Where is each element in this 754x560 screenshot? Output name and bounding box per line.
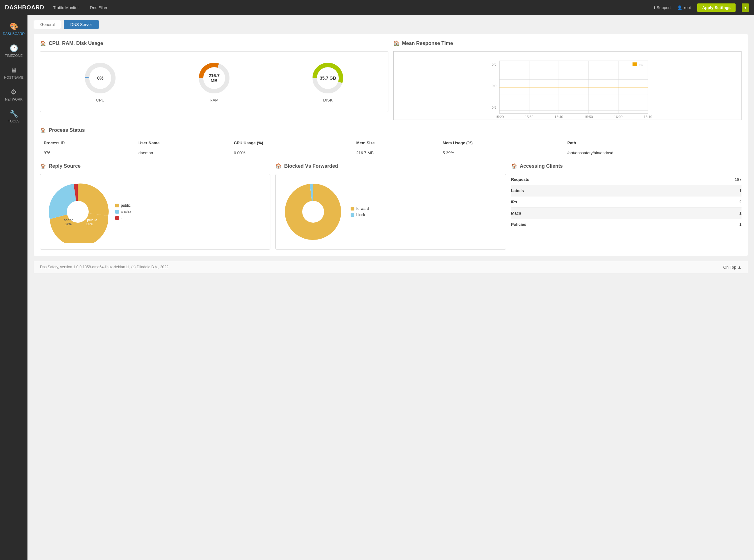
sidebar-label-network: NETWORK xyxy=(5,97,22,101)
reply-source-legend: public cache - xyxy=(115,203,131,220)
footer-text: Dns Safety, version 1.0.0.1358-amd64-lin… xyxy=(40,265,169,269)
sidebar-item-tools[interactable]: 🔧 TOOLS xyxy=(0,105,27,127)
blocked-forwarded-section: 🏠 Blocked Vs Forwarded xyxy=(276,163,506,249)
disk-label: DISK xyxy=(323,98,332,102)
process-status-section: 🏠 Process Status Process ID User Name CP… xyxy=(40,127,741,158)
user-icon: 👤 xyxy=(677,5,682,10)
tools-icon: 🔧 xyxy=(10,110,18,118)
response-chart-svg: 0.5 0.0 -0.5 15:20 15:30 15:40 15:50 16:… xyxy=(393,51,742,120)
page-tabs: General DNS Server xyxy=(34,20,748,29)
svg-text:0.5: 0.5 xyxy=(491,62,496,66)
main-card: 🏠 CPU, RAM, Disk Usage xyxy=(34,34,748,256)
svg-text:-0.5: -0.5 xyxy=(490,105,496,109)
svg-text:15:40: 15:40 xyxy=(554,115,563,119)
clients-row-labels: Labels 1 xyxy=(511,185,741,197)
apply-settings-dropdown[interactable]: ▾ xyxy=(742,3,749,12)
blocked-forwarded-title: 🏠 Blocked Vs Forwarded xyxy=(276,163,506,169)
blocked-forwarded-legend: forward block xyxy=(351,206,369,217)
cpu-ram-disk-title: 🏠 CPU, RAM, Disk Usage xyxy=(40,40,388,46)
tab-general[interactable]: General xyxy=(34,20,61,29)
svg-text:15:20: 15:20 xyxy=(495,115,504,119)
svg-text:60%: 60% xyxy=(86,222,93,226)
cpu-value: 0% xyxy=(97,76,103,81)
hostname-icon: 🖥 xyxy=(10,66,17,74)
col-memusage: Mem Usage (%) xyxy=(439,138,564,148)
mean-response-section: 🏠 Mean Response Time xyxy=(393,40,742,121)
response-chart: 0.5 0.0 -0.5 15:20 15:30 15:40 15:50 16:… xyxy=(393,51,742,121)
clients-row-policies: Policies 1 xyxy=(511,219,741,230)
nav-traffic-monitor[interactable]: Traffic Monitor xyxy=(50,4,81,11)
cell-memsize: 216.7 MB xyxy=(352,148,439,158)
legend-block: block xyxy=(351,213,369,217)
sidebar-item-timezone[interactable]: 🕐 TIMEZONE xyxy=(0,40,27,62)
cpu-ram-disk-section: 🏠 CPU, RAM, Disk Usage xyxy=(40,40,388,121)
legend-dot-public xyxy=(115,204,119,207)
legend-dot-cache xyxy=(115,210,119,214)
svg-text:0.0: 0.0 xyxy=(491,84,496,88)
sidebar: 🎨 DASHBOARD 🕐 TIMEZONE 🖥 HOSTNAME ⚙ NETW… xyxy=(0,15,27,560)
sidebar-label-tools: TOOLS xyxy=(8,119,19,123)
support-button[interactable]: ℹ Support xyxy=(654,5,671,10)
col-cpu: CPU Usage (%) xyxy=(230,138,352,148)
ram-value: 216.7 MB xyxy=(205,73,223,83)
cpu-gauge: 0% CPU xyxy=(83,61,117,102)
legend-dot-dash xyxy=(115,216,119,220)
house-icon-reply: 🏠 xyxy=(40,163,46,169)
reply-source-svg: public 60% cache 37% xyxy=(46,181,109,243)
sidebar-item-network[interactable]: ⚙ NETWORK xyxy=(0,84,27,105)
blocked-forwarded-svg: forward 97% xyxy=(282,181,344,243)
clients-row-macs: Macs 1 xyxy=(511,208,741,219)
col-memsize: Mem Size xyxy=(352,138,439,148)
clients-row-requests: Requests 187 xyxy=(511,174,741,185)
svg-rect-26 xyxy=(632,62,637,66)
legend-forward: forward xyxy=(351,206,369,211)
house-icon-clients: 🏠 xyxy=(511,163,517,169)
disk-gauge: 35.7 GB DISK xyxy=(311,61,345,102)
cell-path: /opt/dnssafety/bin/dsdnsd xyxy=(564,148,741,158)
house-icon-cpu: 🏠 xyxy=(40,40,46,46)
cell-pid: 876 xyxy=(40,148,135,158)
accessing-clients-section: 🏠 Accessing Clients Requests 187 Labels … xyxy=(511,163,741,249)
bottom-grid: 🏠 Reply Source xyxy=(40,163,741,249)
sidebar-item-dashboard[interactable]: 🎨 DASHBOARD xyxy=(0,18,27,40)
cpu-label: CPU xyxy=(96,98,105,102)
sidebar-label-timezone: TIMEZONE xyxy=(5,54,23,58)
disk-value: 35.7 GB xyxy=(320,76,336,81)
nav-dns-filter[interactable]: Dns Filter xyxy=(87,4,110,11)
table-row: 876 daemon 0.00% 216.7 MB 5.39% /opt/dns… xyxy=(40,148,741,158)
brand-title: DASHBOARD xyxy=(5,4,44,11)
house-icon-blocked: 🏠 xyxy=(276,163,282,169)
process-status-title: 🏠 Process Status xyxy=(40,127,741,133)
svg-text:16:10: 16:10 xyxy=(644,115,652,119)
info-icon: ℹ xyxy=(654,5,655,10)
reply-source-section: 🏠 Reply Source xyxy=(40,163,270,249)
legend-dash: - xyxy=(115,216,131,220)
svg-text:16:00: 16:00 xyxy=(614,115,622,119)
cell-user: daemon xyxy=(135,148,230,158)
col-user: User Name xyxy=(135,138,230,148)
svg-text:ms: ms xyxy=(638,63,643,66)
apply-settings-button[interactable]: Apply Settings xyxy=(697,3,736,12)
main-content: General DNS Server 🏠 CPU, RAM, Disk Usag… xyxy=(27,15,754,560)
user-info: 👤 root xyxy=(677,5,691,10)
cell-cpu: 0.00% xyxy=(230,148,352,158)
legend-dot-forward xyxy=(351,207,354,211)
reply-source-pie-section: public 60% cache 37% public xyxy=(43,177,267,246)
house-icon-response: 🏠 xyxy=(393,40,400,46)
col-path: Path xyxy=(564,138,741,148)
ram-label: RAM xyxy=(209,98,219,102)
legend-public: public xyxy=(115,203,131,208)
legend-cache: cache xyxy=(115,209,131,214)
sidebar-item-hostname[interactable]: 🖥 HOSTNAME xyxy=(0,62,27,84)
cell-memusage: 5.39% xyxy=(439,148,564,158)
clients-table: Requests 187 Labels 1 IPs 2 Macs xyxy=(511,174,741,230)
svg-text:forward: forward xyxy=(310,213,323,217)
svg-text:public: public xyxy=(87,218,97,222)
legend-dot-block xyxy=(351,213,354,217)
tab-dns-server[interactable]: DNS Server xyxy=(64,20,98,29)
reply-source-title: 🏠 Reply Source xyxy=(40,163,270,169)
col-pid: Process ID xyxy=(40,138,135,148)
blocked-forwarded-pie-section: forward 97% forward block xyxy=(279,177,502,246)
on-top-button[interactable]: On Top ▲ xyxy=(723,265,741,269)
top-nav: DASHBOARD Traffic Monitor Dns Filter ℹ S… xyxy=(0,0,754,15)
